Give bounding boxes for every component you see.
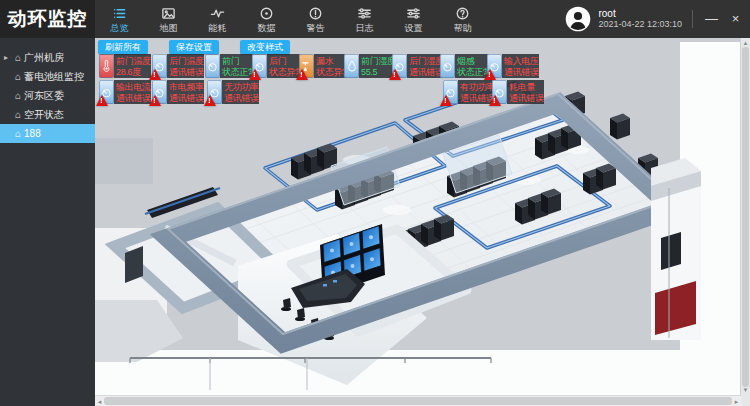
app-window: 动环监控 总览地图能耗数据警告日志设置帮助 root 2021-04-22 12…: [0, 0, 750, 406]
tab-总览[interactable]: 总览: [95, 0, 144, 38]
warning-icon: [440, 95, 452, 106]
sidebar-item-广州机房[interactable]: ▸⌂广州机房: [0, 48, 95, 67]
gauge-icon: [440, 54, 455, 78]
scroll-left-arrow[interactable]: ◄: [95, 398, 104, 406]
expand-arrow-icon[interactable]: ▸: [4, 53, 8, 62]
close-button[interactable]: ×: [727, 0, 744, 38]
sensor-badge-后门湿度[interactable]: 后门湿度通讯错误: [392, 54, 444, 78]
map-image-icon: [161, 6, 176, 21]
log-sliders-icon: [357, 6, 372, 21]
warning-icon: [296, 69, 308, 80]
sensor-value: 通讯错误: [409, 67, 444, 77]
sensor-badge-后门温度[interactable]: 后门温度通讯错误: [152, 54, 204, 78]
vertical-scroll-thumb[interactable]: [742, 47, 749, 387]
sensor-badge-输入电压[interactable]: 输入电压通讯错误: [487, 54, 539, 78]
sensor-value: 通讯错误: [509, 93, 544, 103]
sensor-label: 输出电流: [116, 82, 151, 92]
sidebar: ▸⌂广州机房⌂蓄电池组监控⌂河东区委⌂空开状态⌂188: [0, 38, 95, 406]
nav-tabs: 总览地图能耗数据警告日志设置帮助: [95, 0, 487, 38]
tab-能耗[interactable]: 能耗: [193, 0, 242, 38]
tab-数据[interactable]: 数据: [242, 0, 291, 38]
warning-icon: [249, 69, 261, 80]
sensor-badge-耗电量[interactable]: 耗电量通讯错误: [492, 80, 544, 104]
sidebar-item-188[interactable]: ⌂188: [0, 124, 95, 143]
toolbar-button-刷新所有[interactable]: 刷新所有: [98, 40, 148, 54]
tab-label: 地图: [160, 24, 178, 33]
thermometer-icon: [99, 54, 114, 78]
settings-sliders-icon: [406, 6, 421, 21]
scroll-down-arrow[interactable]: ▼: [741, 386, 750, 395]
gauge-icon: [392, 54, 407, 78]
user-meta: root 2021-04-22 12:03:10: [598, 8, 682, 30]
tab-label: 帮助: [454, 24, 472, 33]
sensor-badge-有功功率[interactable]: 有功功率通讯错误: [443, 80, 495, 104]
tab-label: 能耗: [209, 24, 227, 33]
home-icon: ⌂: [15, 128, 21, 139]
gauge-icon: [252, 54, 267, 78]
sensor-value: 通讯错误: [116, 93, 151, 103]
sensor-badge-无功功率[interactable]: 无功功率通讯错误: [207, 80, 259, 104]
sensor-badge-输出电流[interactable]: 输出电流通讯错误: [99, 80, 151, 104]
horizontal-scroll-thumb[interactable]: [104, 397, 732, 405]
sidebar-item-label: 188: [24, 128, 41, 139]
scroll-right-arrow[interactable]: ►: [732, 398, 741, 406]
sidebar-item-label: 空开状态: [24, 108, 64, 122]
tab-警告[interactable]: 警告: [291, 0, 340, 38]
toolbar-button-保存设置[interactable]: 保存设置: [169, 40, 219, 54]
datetime: 2021-04-22 12:03:10: [598, 19, 682, 30]
sensor-label: 有功功率: [460, 82, 495, 92]
app-title: 动环监控: [0, 0, 95, 38]
sensor-value: 通讯错误: [169, 67, 204, 77]
sensor-label: 市电频率: [169, 82, 204, 92]
warning-icon: [484, 69, 496, 80]
gauge-icon: [487, 54, 502, 78]
help-circle-icon: [455, 6, 470, 21]
warning-icon: [489, 95, 501, 106]
main-canvas: 刷新所有保存设置改变样式 前门温度28.6度后门温度通讯错误前门状态正常后门状态…: [95, 38, 750, 406]
user-avatar-icon[interactable]: [565, 6, 591, 32]
sensor-badge-前门温度[interactable]: 前门温度28.6度: [99, 54, 151, 78]
gauge-icon: [152, 54, 167, 78]
sensor-label: 前门温度: [116, 56, 151, 66]
energy-wave-icon: [210, 6, 225, 21]
tab-日志[interactable]: 日志: [340, 0, 389, 38]
sidebar-item-label: 蓄电池组监控: [24, 70, 84, 84]
warning-icon: [149, 69, 161, 80]
overview-list-icon: [112, 6, 127, 21]
sensor-label: 后门湿度: [409, 56, 444, 66]
warning-icon: [149, 95, 161, 106]
gauge-icon: [492, 80, 507, 104]
tab-设置[interactable]: 设置: [389, 0, 438, 38]
warning-icon: [204, 95, 216, 106]
minimize-button[interactable]: —: [703, 0, 720, 38]
topbar-separator: [692, 10, 693, 28]
warning-icon: [96, 95, 108, 106]
tab-帮助[interactable]: 帮助: [438, 0, 487, 38]
tab-label: 设置: [405, 24, 423, 33]
sidebar-item-蓄电池组监控[interactable]: ⌂蓄电池组监控: [0, 67, 95, 86]
sensor-label: 输入电压: [504, 56, 539, 66]
view-toolbar: 刷新所有保存设置改变样式: [98, 40, 290, 54]
sidebar-item-河东区委[interactable]: ⌂河东区委: [0, 86, 95, 105]
droplet-icon: [344, 54, 359, 78]
gauge-icon: [207, 80, 222, 104]
data-gauge-icon: [259, 6, 274, 21]
sensor-value: 28.6度: [116, 67, 151, 77]
user-name: root: [598, 8, 682, 19]
tab-地图[interactable]: 地图: [144, 0, 193, 38]
home-icon: ⌂: [15, 52, 21, 63]
sidebar-item-空开状态[interactable]: ⌂空开状态: [0, 105, 95, 124]
sensor-label: 前门湿度: [361, 56, 396, 66]
warning-icon: [389, 69, 401, 80]
scrollbar-corner: [741, 396, 750, 406]
leak-icon: [299, 54, 314, 78]
sensor-badge-市电频率[interactable]: 市电频率通讯错误: [152, 80, 204, 104]
horizontal-scrollbar[interactable]: ◄ ►: [95, 395, 741, 406]
sensor-label: 耗电量: [509, 82, 544, 92]
tab-label: 日志: [356, 24, 374, 33]
tab-label: 数据: [258, 24, 276, 33]
sensor-value: 通讯错误: [169, 93, 204, 103]
topbar-user-area: root 2021-04-22 12:03:10 — ×: [565, 0, 750, 38]
vertical-scrollbar[interactable]: ▲ ▼: [740, 38, 750, 396]
toolbar-button-改变样式[interactable]: 改变样式: [240, 40, 290, 54]
